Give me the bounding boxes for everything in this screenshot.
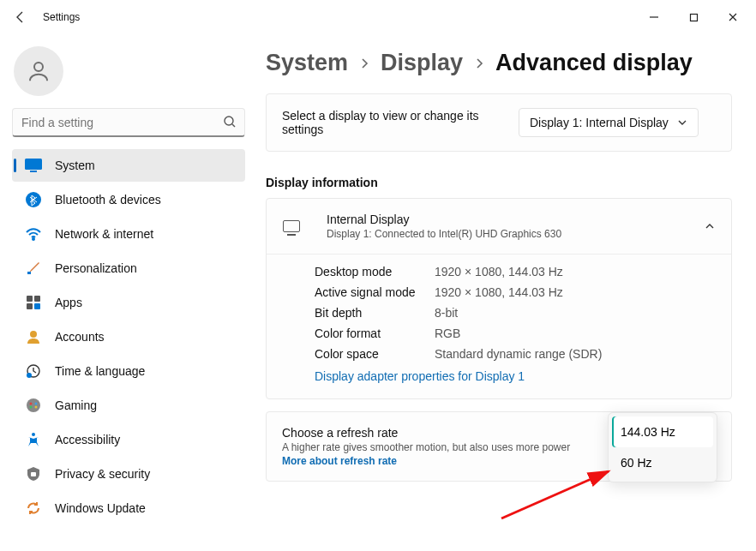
search-icon xyxy=(223,115,237,129)
breadcrumb-current: Advanced display xyxy=(495,50,693,76)
breadcrumb-display[interactable]: Display xyxy=(381,50,463,76)
sidebar-item-update[interactable]: Windows Update xyxy=(12,492,245,524)
section-title: Display information xyxy=(266,176,732,189)
sidebar-item-system[interactable]: System xyxy=(12,149,245,182)
sidebar-item-apps[interactable]: Apps xyxy=(12,286,245,319)
svg-point-20 xyxy=(32,433,35,436)
svg-rect-8 xyxy=(27,296,33,302)
sidebar-item-label: Bluetooth & devices xyxy=(55,193,161,207)
svg-point-2 xyxy=(225,117,233,125)
system-icon xyxy=(24,156,43,175)
refresh-rate-dropdown: 144.03 Hz 60 Hz xyxy=(608,412,717,482)
gaming-icon xyxy=(24,396,43,415)
update-icon xyxy=(24,499,43,518)
maximize-button[interactable] xyxy=(674,0,713,34)
sidebar-item-time[interactable]: Time & language xyxy=(12,355,245,387)
minimize-icon xyxy=(649,12,659,22)
svg-point-16 xyxy=(30,403,33,405)
person-icon xyxy=(26,58,51,84)
display-info-header[interactable]: Internal Display Display 1: Connected to… xyxy=(267,199,731,254)
sidebar-item-accounts[interactable]: Accounts xyxy=(12,320,245,353)
svg-point-6 xyxy=(33,238,34,240)
search-input[interactable] xyxy=(12,108,245,137)
refresh-option-144[interactable]: 144.03 Hz xyxy=(612,416,713,447)
close-button[interactable] xyxy=(713,0,753,34)
display-connection: Display 1: Connected to Intel(R) UHD Gra… xyxy=(327,228,561,240)
sidebar-item-label: Accounts xyxy=(55,330,105,344)
app-title: Settings xyxy=(43,11,80,23)
maximize-icon xyxy=(689,13,699,22)
sidebar-item-label: Time & language xyxy=(55,364,145,378)
svg-rect-21 xyxy=(31,472,36,476)
search-field[interactable] xyxy=(12,108,245,137)
svg-point-19 xyxy=(35,406,38,409)
svg-point-18 xyxy=(30,406,33,409)
row-key: Color space xyxy=(315,347,435,361)
minimize-button[interactable] xyxy=(634,0,674,34)
chevron-down-icon xyxy=(677,117,687,128)
display-selector[interactable]: Display 1: Internal Display xyxy=(519,108,699,137)
sidebar-item-label: System xyxy=(55,159,95,172)
refresh-option-60[interactable]: 60 Hz xyxy=(612,447,713,478)
sidebar-item-privacy[interactable]: Privacy & security xyxy=(12,458,245,490)
breadcrumb: System Display Advanced display xyxy=(266,50,732,76)
row-key: Bit depth xyxy=(315,306,435,320)
avatar[interactable] xyxy=(14,46,63,96)
sidebar-item-label: Apps xyxy=(55,296,82,309)
display-name: Internal Display xyxy=(327,213,561,226)
sidebar-item-label: Network & internet xyxy=(55,227,153,241)
svg-rect-11 xyxy=(34,303,40,309)
row-value: Standard dynamic range (SDR) xyxy=(435,347,602,361)
close-icon xyxy=(728,12,738,22)
row-key: Active signal mode xyxy=(315,285,435,299)
svg-rect-3 xyxy=(25,159,42,170)
chevron-right-icon xyxy=(358,57,370,69)
svg-rect-10 xyxy=(27,303,33,309)
svg-point-17 xyxy=(35,403,38,405)
monitor-icon xyxy=(282,217,301,236)
svg-rect-9 xyxy=(34,296,40,302)
svg-point-1 xyxy=(34,63,43,71)
sidebar-item-label: Personalization xyxy=(55,261,137,275)
row-value: 1920 × 1080, 144.03 Hz xyxy=(435,265,563,278)
shield-icon xyxy=(24,464,43,483)
sidebar-item-network[interactable]: Network & internet xyxy=(12,218,245,250)
svg-rect-0 xyxy=(690,14,697,21)
row-value: RGB xyxy=(435,326,460,340)
svg-rect-4 xyxy=(30,171,37,172)
svg-point-14 xyxy=(27,373,32,378)
accessibility-icon xyxy=(24,430,43,449)
svg-rect-7 xyxy=(27,272,31,274)
row-key: Color format xyxy=(315,326,435,340)
sidebar-item-gaming[interactable]: Gaming xyxy=(12,389,245,422)
chevron-up-icon xyxy=(704,220,716,232)
sidebar-item-label: Windows Update xyxy=(55,501,146,515)
breadcrumb-system[interactable]: System xyxy=(266,50,348,76)
bluetooth-icon xyxy=(24,190,43,209)
arrow-left-icon xyxy=(14,10,27,24)
row-key: Desktop mode xyxy=(315,265,435,278)
sidebar-item-label: Gaming xyxy=(55,398,97,412)
apps-icon xyxy=(24,293,43,312)
row-value: 1920 × 1080, 144.03 Hz xyxy=(435,285,563,299)
sidebar-item-bluetooth[interactable]: Bluetooth & devices xyxy=(12,183,245,216)
sidebar-item-personalization[interactable]: Personalization xyxy=(12,252,245,284)
clock-icon xyxy=(24,362,43,380)
row-value: 8-bit xyxy=(435,306,458,320)
wifi-icon xyxy=(24,225,43,243)
sidebar-item-label: Accessibility xyxy=(55,433,120,446)
select-display-label: Select a display to view or change its s… xyxy=(282,109,505,136)
back-button[interactable] xyxy=(3,0,38,34)
adapter-properties-link[interactable]: Display adapter properties for Display 1 xyxy=(315,369,716,383)
brush-icon xyxy=(24,259,43,278)
svg-point-15 xyxy=(27,398,40,412)
display-selector-value: Display 1: Internal Display xyxy=(530,116,669,129)
account-icon xyxy=(24,327,43,346)
sidebar-item-accessibility[interactable]: Accessibility xyxy=(12,423,245,456)
chevron-right-icon xyxy=(473,57,485,69)
svg-point-12 xyxy=(30,331,37,338)
sidebar-item-label: Privacy & security xyxy=(55,467,150,481)
